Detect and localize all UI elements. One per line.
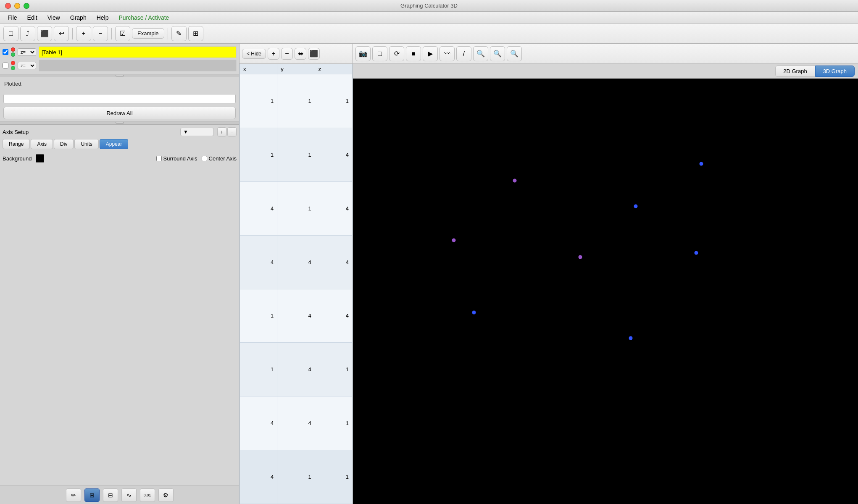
table-cell[interactable]: 4 (277, 289, 315, 343)
nav-icon: ⬌ (298, 50, 303, 58)
graph-scatter-button[interactable]: 〰 (440, 46, 455, 61)
table-cell[interactable]: 4 (315, 181, 352, 235)
table-remove-button[interactable]: − (281, 48, 293, 60)
table-cell[interactable]: 1 (315, 450, 352, 504)
table-cell[interactable]: 4 (315, 235, 352, 289)
eq-type-select-1[interactable]: z= (18, 48, 36, 56)
toolbar-sep-3 (168, 28, 168, 39)
table-cell[interactable]: 1 (240, 128, 277, 181)
table-cell[interactable]: 1 (277, 181, 315, 235)
table-cell[interactable]: 1 (240, 343, 277, 396)
graph-play-button[interactable]: ▶ (423, 46, 438, 61)
table-cell[interactable]: 1 (277, 128, 315, 181)
axis-select[interactable]: ▼ (180, 128, 214, 136)
col-z: z (315, 64, 352, 74)
table-cell[interactable]: 4 (240, 181, 277, 235)
pen-tool-button[interactable]: ✏ (66, 488, 81, 502)
wave-tool-button[interactable]: ∿ (121, 488, 137, 502)
axis-plus-button[interactable]: + (217, 127, 226, 136)
eq-type-select-2[interactable]: z= (18, 62, 36, 69)
graph-solid-button[interactable]: ■ (406, 46, 421, 61)
graph-rotate-button[interactable]: ⟳ (389, 46, 404, 61)
undo-button[interactable]: ↩ (54, 26, 69, 41)
close-button[interactable] (5, 3, 11, 9)
table-tool-button[interactable]: ⊟ (103, 488, 118, 502)
table-cell[interactable]: 1 (240, 289, 277, 343)
table-cell[interactable]: 1 (277, 450, 315, 504)
example-button[interactable]: Example (132, 28, 164, 39)
graph-new-button[interactable]: □ (372, 46, 387, 61)
graph-dot (700, 162, 703, 165)
new-button[interactable]: □ (3, 26, 18, 41)
screenshot-button[interactable]: 📷 (355, 46, 371, 61)
tab-3d-graph[interactable]: 3D Graph (815, 66, 855, 77)
window-title: Graphing Calculator 3D (400, 3, 458, 9)
menu-view[interactable]: View (43, 13, 64, 22)
table-cell[interactable]: 1 (315, 74, 352, 128)
table-nav-button[interactable]: ⬌ (295, 48, 306, 60)
menu-edit[interactable]: Edit (23, 13, 42, 22)
table-cell[interactable]: 4 (240, 450, 277, 504)
tab-appear[interactable]: Appear (100, 139, 129, 149)
table-cell[interactable]: 4 (277, 343, 315, 396)
table-cell[interactable]: 4 (240, 396, 277, 450)
minimize-button[interactable] (14, 3, 20, 9)
tab-units[interactable]: Units (74, 139, 98, 149)
output-input[interactable] (3, 94, 236, 103)
table-add-button[interactable]: + (268, 48, 279, 60)
background-color-swatch[interactable] (36, 154, 44, 163)
eq-input-1[interactable] (39, 46, 237, 58)
divider-handle-2[interactable] (116, 122, 124, 123)
eq-checkbox-2[interactable] (3, 63, 8, 68)
table-cell[interactable]: 4 (277, 235, 315, 289)
table-cell[interactable]: 1 (315, 396, 352, 450)
redraw-button[interactable]: Redraw All (3, 107, 236, 119)
equation-row-2: z= (3, 60, 237, 71)
tab-range[interactable]: Range (3, 139, 30, 149)
menu-file[interactable]: File (3, 13, 21, 22)
table-cell[interactable]: 4 (315, 289, 352, 343)
tab-axis[interactable]: Axis (31, 139, 53, 149)
table-cell[interactable]: 4 (277, 396, 315, 450)
surround-axis-checkbox[interactable] (156, 156, 162, 161)
main-layout: z= z= Plotted. (0, 44, 858, 504)
table-cell[interactable]: 1 (277, 74, 315, 128)
graph-toolbar: 📷 □ ⟳ ■ ▶ 〰 / 🔍 🔍 🔍 (353, 44, 858, 64)
table-cell[interactable]: 1 (315, 343, 352, 396)
grid-tool-button[interactable]: ⊞ (84, 488, 100, 502)
menu-help[interactable]: Help (92, 13, 113, 22)
pen-tool-icon: ✏ (71, 492, 76, 499)
graph-zoom-out-button[interactable]: 🔍 (490, 46, 505, 61)
eraser-button[interactable]: ✎ (171, 26, 187, 41)
graph-zoom-fit-button[interactable]: 🔍 (507, 46, 522, 61)
divider-handle[interactable] (116, 75, 124, 76)
graph-new-icon: □ (378, 50, 382, 58)
eq-input-2[interactable] (39, 60, 237, 71)
menu-purchase[interactable]: Purchase / Activate (115, 13, 174, 22)
save-button[interactable]: ⬛ (37, 26, 52, 41)
maximize-button[interactable] (24, 3, 29, 9)
tab-2d-graph[interactable]: 2D Graph (775, 66, 815, 77)
graph-zoom-in-button[interactable]: 🔍 (473, 46, 488, 61)
table-save-button[interactable]: ⬛ (308, 48, 320, 60)
add-equation-button[interactable]: + (76, 26, 91, 41)
table-cell[interactable]: 4 (240, 235, 277, 289)
table-cell[interactable]: 4 (315, 128, 352, 181)
precision-button[interactable]: 0.01 (140, 488, 155, 502)
hide-button[interactable]: < Hide (242, 49, 266, 59)
graph-line-button[interactable]: / (456, 46, 471, 61)
settings-button[interactable]: ⚙ (158, 488, 174, 502)
zoom-fit-icon: 🔍 (510, 50, 518, 58)
grid-button[interactable]: ⊞ (188, 26, 203, 41)
tab-div[interactable]: Div (54, 139, 74, 149)
axis-minus-button[interactable]: − (227, 127, 237, 136)
center-axis-checkbox[interactable] (202, 156, 207, 161)
graph-canvas[interactable] (353, 79, 858, 504)
open-button[interactable]: ⤴ (20, 26, 35, 41)
table-cell[interactable]: 1 (240, 74, 277, 128)
eq-checkbox-1[interactable] (3, 49, 8, 55)
table-row: 411 (240, 450, 353, 504)
menu-graph[interactable]: Graph (66, 13, 91, 22)
remove-equation-button[interactable]: − (93, 26, 108, 41)
checkbox-button[interactable]: ☑ (115, 26, 130, 41)
